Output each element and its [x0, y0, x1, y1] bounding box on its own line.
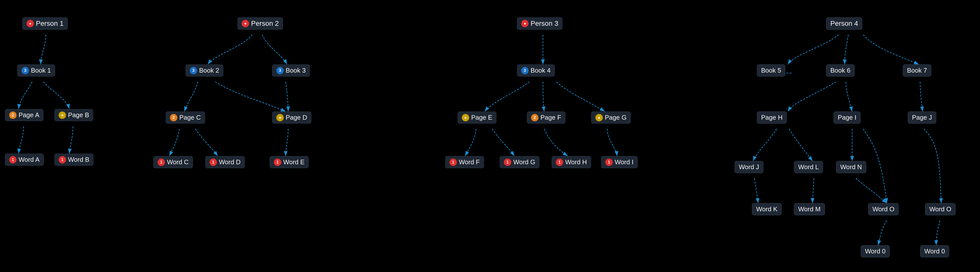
pageE-node[interactable]: ● Page E	[458, 112, 496, 123]
pageH-node[interactable]: Page H	[757, 112, 787, 123]
wordB-node[interactable]: 1 Word B	[54, 154, 94, 166]
book1-badge: 3	[22, 67, 29, 74]
person3-node[interactable]: ● Person 3	[517, 18, 563, 30]
pageI-node[interactable]: Page I	[834, 112, 861, 123]
pageC-badge: 2	[170, 114, 177, 122]
wordD-label: Word D	[219, 158, 241, 166]
pageD-label: Page D	[286, 114, 307, 122]
book6-label: Book 6	[830, 67, 850, 74]
wordO1-node[interactable]: Word O	[868, 203, 899, 215]
pageA-label: Page A	[19, 111, 39, 119]
pageE-badge: ●	[462, 114, 469, 122]
wordF-node[interactable]: 1 Word F	[445, 156, 484, 168]
person2-node[interactable]: ● Person 2	[237, 18, 283, 30]
wordL-label: Word L	[798, 163, 819, 171]
person3-label: Person 3	[531, 19, 558, 27]
book4-badge: 3	[521, 67, 528, 74]
book4-node[interactable]: 3 Book 4	[517, 64, 555, 77]
book5-label: Book 5	[761, 67, 781, 74]
pageC-node[interactable]: 2 Page C	[166, 112, 205, 123]
pageA-badge: 2	[9, 112, 17, 119]
book3-label: Book 3	[286, 67, 306, 74]
wordN-node[interactable]: Word N	[836, 161, 866, 173]
pageJ-label: Page J	[912, 114, 932, 122]
pageJ-node[interactable]: Page J	[908, 112, 936, 123]
wordB-label: Word B	[68, 156, 89, 163]
wordK-node[interactable]: Word K	[752, 203, 782, 215]
book6-node[interactable]: Book 6	[826, 64, 854, 77]
pageF-badge: 2	[531, 114, 538, 122]
person1-label: Person 1	[36, 19, 64, 27]
pageD-node[interactable]: ● Page D	[272, 112, 312, 123]
book7-label: Book 7	[907, 67, 927, 74]
wordG-label: Word G	[513, 158, 535, 166]
word0b-node[interactable]: Word 0	[920, 245, 949, 258]
word0a-node[interactable]: Word 0	[861, 245, 890, 258]
book3-node[interactable]: 3 Book 3	[272, 64, 310, 77]
pageF-node[interactable]: 2 Page F	[527, 112, 565, 123]
wordC-node[interactable]: 1 Word C	[153, 156, 193, 168]
pageB-node[interactable]: ● Page B	[54, 109, 93, 121]
wordG-node[interactable]: 1 Word G	[500, 156, 539, 168]
person2-label: Person 2	[251, 19, 279, 27]
wordL-node[interactable]: Word L	[794, 161, 823, 173]
wordE-node[interactable]: 1 Word E	[270, 156, 309, 168]
wordA-label: Word A	[19, 156, 40, 163]
wordJ-label: Word J	[739, 163, 759, 171]
word0a-label: Word 0	[865, 248, 886, 255]
pageB-label: Page B	[68, 111, 89, 119]
wordE-badge: 1	[274, 158, 281, 166]
book2-badge: 3	[190, 67, 197, 74]
book5-node[interactable]: Book 5	[757, 64, 785, 77]
pageH-label: Page H	[761, 114, 783, 122]
person4-label: Person 4	[830, 19, 858, 27]
wordO1-label: Word O	[872, 205, 894, 213]
book3-badge: 3	[276, 67, 284, 74]
book1-label: Book 1	[31, 67, 51, 74]
wordM-node[interactable]: Word M	[794, 203, 825, 215]
wordH-label: Word H	[565, 158, 587, 166]
wordC-label: Word C	[167, 158, 189, 166]
book7-node[interactable]: Book 7	[903, 64, 931, 77]
pageE-label: Page E	[471, 114, 492, 122]
book2-label: Book 2	[199, 67, 219, 74]
wordG-badge: 1	[504, 158, 511, 166]
book1-node[interactable]: 3 Book 1	[18, 64, 55, 77]
wordN-label: Word N	[840, 163, 862, 171]
pageD-badge: ●	[276, 114, 284, 122]
person3-badge: ●	[521, 20, 528, 27]
book2-node[interactable]: 3 Book 2	[186, 64, 223, 77]
wordA-badge: 1	[9, 156, 17, 163]
pageB-badge: ●	[59, 112, 66, 119]
wordF-badge: 1	[449, 158, 457, 166]
wordH-badge: 1	[556, 158, 563, 166]
wordO2-node[interactable]: Word O	[925, 203, 956, 215]
pageI-label: Page I	[838, 114, 856, 122]
wordF-label: Word F	[459, 158, 480, 166]
wordB-badge: 1	[59, 156, 66, 163]
book4-label: Book 4	[531, 67, 550, 74]
pageG-label: Page G	[605, 114, 627, 122]
pageG-badge: ●	[595, 114, 603, 122]
person1-badge: ●	[27, 20, 34, 27]
wordD-node[interactable]: 1 Word D	[205, 156, 245, 168]
wordD-badge: 1	[210, 158, 217, 166]
wordC-badge: 1	[158, 158, 165, 166]
wordI-node[interactable]: 1 Word I	[601, 156, 638, 168]
wordO2-label: Word O	[929, 205, 951, 213]
wordJ-node[interactable]: Word J	[735, 161, 763, 173]
person2-badge: ●	[242, 20, 249, 27]
pageG-node[interactable]: ● Page G	[591, 112, 631, 123]
wordI-badge: 1	[605, 158, 612, 166]
wordK-label: Word K	[756, 205, 778, 213]
pageF-label: Page F	[541, 114, 561, 122]
wordM-label: Word M	[798, 205, 821, 213]
wordH-node[interactable]: 1 Word H	[552, 156, 591, 168]
arrows-svg	[0, 0, 980, 272]
wordA-node[interactable]: 1 Word A	[5, 154, 44, 166]
wordI-label: Word I	[615, 158, 633, 166]
wordE-label: Word E	[283, 158, 304, 166]
pageA-node[interactable]: 2 Page A	[5, 109, 43, 121]
person4-node[interactable]: Person 4	[826, 18, 862, 30]
person1-node[interactable]: ● Person 1	[22, 18, 68, 30]
